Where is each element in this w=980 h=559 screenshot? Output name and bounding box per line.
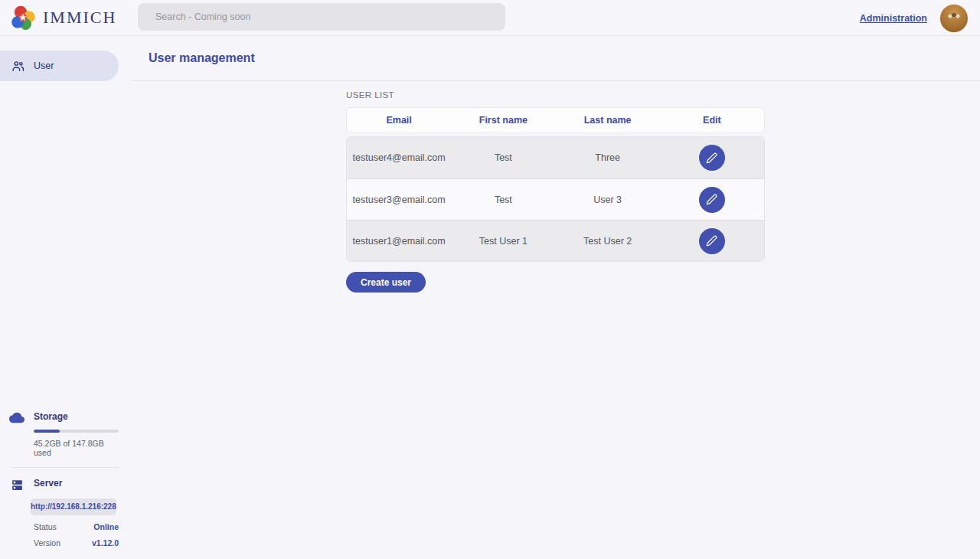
user-last-name: Three xyxy=(556,152,660,163)
user-last-name: Test User 2 xyxy=(556,236,660,247)
brand[interactable]: IMMICH xyxy=(0,5,116,31)
edit-user-button[interactable] xyxy=(699,145,725,171)
server-status-label: Status xyxy=(34,522,57,531)
page-title: User management xyxy=(149,51,255,65)
edit-user-button[interactable] xyxy=(699,187,725,213)
server-url-badge: http://192.168.1.216:2283 xyxy=(31,499,116,515)
cloud-icon xyxy=(0,411,34,423)
server-section: Server http://192.168.1.216:2283 Status … xyxy=(0,478,119,548)
user-avatar[interactable] xyxy=(940,5,968,32)
storage-progress-bar xyxy=(34,430,119,433)
user-first-name: Test xyxy=(451,195,555,205)
sidebar-item-user[interactable]: User xyxy=(0,51,119,81)
users-icon xyxy=(11,60,24,73)
pencil-icon xyxy=(706,194,717,205)
server-version-value: v1.12.0 xyxy=(92,538,119,548)
sidebar-item-user-label: User xyxy=(34,60,54,71)
column-header-edit: Edit xyxy=(660,115,764,126)
user-last-name: User 3 xyxy=(556,195,660,205)
main-content: User management USER LIST Email First na… xyxy=(131,36,980,559)
administration-link[interactable]: Administration xyxy=(860,13,927,24)
storage-progress-fill xyxy=(34,430,60,433)
brand-wordmark: IMMICH xyxy=(43,8,116,28)
table-header: Email First name Last name Edit xyxy=(346,107,765,133)
title-bar: User management xyxy=(131,36,980,81)
column-header-email: Email xyxy=(347,115,451,126)
pencil-icon xyxy=(706,152,717,164)
user-email: testuser3@email.com xyxy=(347,195,451,205)
column-header-last-name: Last name xyxy=(556,115,660,126)
immich-logo-icon xyxy=(10,5,36,31)
pencil-icon xyxy=(706,235,717,247)
sidebar: User Storage 45.2GB of 147.8GB used xyxy=(0,36,119,559)
table-row: testuser3@email.com Test User 3 xyxy=(347,178,764,220)
server-status-value: Online xyxy=(93,522,119,531)
storage-title: Storage xyxy=(34,411,68,422)
user-list-label: USER LIST xyxy=(346,90,765,100)
user-first-name: Test xyxy=(451,152,555,163)
sidebar-divider xyxy=(11,467,119,468)
server-version-label: Version xyxy=(34,538,60,548)
user-first-name: Test User 1 xyxy=(451,236,555,247)
server-icon xyxy=(0,478,34,492)
column-header-first-name: First name xyxy=(451,115,555,126)
top-nav: IMMICH Administration xyxy=(0,0,980,36)
create-user-button[interactable]: Create user xyxy=(346,272,426,293)
user-table: testuser4@email.com Test Three testuser3… xyxy=(346,136,765,262)
table-row: testuser4@email.com Test Three xyxy=(347,137,764,178)
user-email: testuser4@email.com xyxy=(347,152,451,163)
search-input[interactable] xyxy=(138,3,505,31)
storage-section: Storage 45.2GB of 147.8GB used xyxy=(0,411,119,457)
user-email: testuser1@email.com xyxy=(347,236,451,247)
server-title: Server xyxy=(34,478,62,489)
edit-user-button[interactable] xyxy=(699,228,725,254)
table-row: testuser1@email.com Test User 1 Test Use… xyxy=(347,220,764,261)
storage-usage-text: 45.2GB of 147.8GB used xyxy=(34,439,119,457)
